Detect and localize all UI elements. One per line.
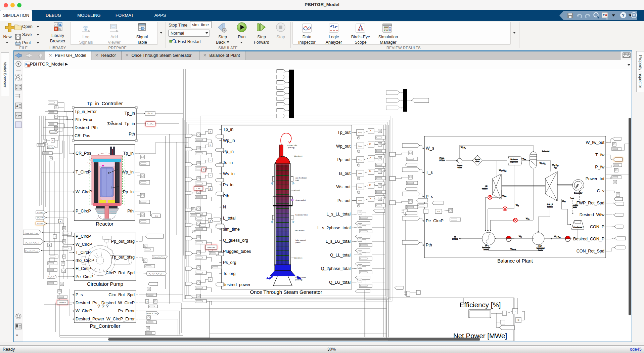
svg-text:Circ_Rot_Spd: Circ_Rot_Spd — [108, 292, 135, 297]
svg-text:C_v: C_v — [597, 189, 605, 193]
svg-text:Plugged_tubes: Plugged_tubes — [223, 249, 251, 254]
svg-text:P_fw: P_fw — [595, 165, 605, 169]
svg-text:Plpt: Plpt — [554, 166, 557, 169]
svg-text:(W_CircP): (W_CircP) — [37, 217, 44, 219]
svg-text:Prgma_CircP_T_s: Prgma_CircP_T_s — [153, 256, 165, 258]
svg-text:(Prped_CircP_T_out): (Prped_CircP_T_out) — [25, 250, 39, 252]
svg-text:CON_Rot_Spd: CON_Rot_Spd — [577, 249, 604, 253]
svg-text:L_s_2phase_total: L_s_2phase_total — [317, 226, 351, 230]
svg-text:Q_guess_org: Q_guess_org — [223, 238, 248, 243]
svg-text:FWP_Rot_Spd: FWP_Rot_Spd — [577, 201, 604, 205]
svg-text:Pe_CircP: Pe_CircP — [76, 274, 93, 279]
svg-text:Q_LG_total: Q_LG_total — [329, 280, 351, 285]
svg-text:T_fw: T_fw — [595, 153, 605, 157]
svg-text:Generator: Generator — [574, 192, 583, 194]
svg-text:Q_2phase_total: Q_2phase_total — [321, 266, 351, 271]
svg-text:Ts_out: Ts_out — [338, 171, 351, 176]
svg-text:Moisture: Moisture — [510, 158, 517, 160]
svg-text:Ps_in: Ps_in — [223, 183, 233, 187]
svg-text:Pe_CircP: Pe_CircP — [426, 219, 444, 223]
svg-text:sim_time: sim_time — [223, 227, 240, 232]
svg-text:T_s: T_s — [426, 170, 433, 175]
svg-text:chest: chest — [475, 160, 480, 162]
svg-text:shroud: shroud — [294, 189, 300, 191]
svg-text:Moving: Moving — [358, 200, 362, 201]
svg-text:(cold leg): (cold leg) — [295, 279, 303, 281]
svg-text:Balance of Plant: Balance of Plant — [497, 258, 533, 264]
svg-text:Tp_in_Controller: Tp_in_Controller — [87, 101, 123, 106]
svg-text:? ? ?: ? ? ? — [97, 303, 108, 309]
svg-text:N: N — [223, 205, 226, 209]
svg-text:L_total: L_total — [196, 188, 200, 189]
svg-text:W_CircP: W_CircP — [76, 242, 92, 247]
svg-text:Ps_org: Ps_org — [223, 260, 236, 265]
svg-text:P_s: P_s — [76, 292, 83, 297]
svg-text:Moving: Moving — [358, 173, 362, 174]
svg-text:(Prped_CircP_W_out): (Prped_CircP_W_out) — [26, 242, 40, 244]
svg-text:aux feedwater: aux feedwater — [295, 177, 307, 179]
svg-text:»: » — [16, 332, 18, 338]
svg-text:Pth_Error: Pth_Error — [75, 117, 93, 122]
svg-text:separator: separator — [510, 161, 518, 163]
svg-text:Moving: Moving — [358, 132, 362, 133]
svg-text:Ws_in: Ws_in — [223, 171, 235, 176]
svg-text:Wliq: Wliq — [516, 204, 519, 206]
svg-text:Ts_in: Ts_in — [223, 160, 233, 165]
svg-text:Q_LL_total: Q_LL_total — [330, 253, 351, 258]
svg-text:Pth: Pth — [127, 209, 134, 213]
svg-text:P_CircP: P_CircP — [76, 234, 91, 239]
svg-text:Pp_in: Pp_in — [223, 149, 234, 154]
svg-text:Tp_in: Tp_in — [123, 151, 134, 156]
svg-text:tubesheet: tubesheet — [294, 257, 303, 259]
svg-text:T_CircP: T_CircP — [76, 250, 91, 255]
svg-text:valve: valve — [458, 166, 462, 168]
svg-text:W_s: W_s — [426, 146, 434, 151]
svg-text:Once Through Steam Generator: Once Through Steam Generator — [250, 289, 322, 295]
svg-text:?: ? — [622, 13, 625, 18]
svg-text:CR_Pos: CR_Pos — [75, 133, 90, 138]
svg-text:CircP_Rot_Spd: CircP_Rot_Spd — [106, 271, 135, 275]
svg-text:A: A — [16, 105, 18, 108]
svg-text:Whp→lp: Whp→lp — [510, 248, 516, 250]
svg-text:Desired_W_CircP: Desired_W_CircP — [146, 313, 157, 314]
svg-text:Prped_CircP_Rot_Spd: Prped_CircP_Rot_Spd — [149, 273, 164, 275]
svg-text:Circulator Pump: Circulator Pump — [87, 281, 123, 287]
svg-text:primary inlet: primary inlet — [287, 144, 297, 146]
svg-text:90: 90 — [517, 319, 519, 321]
svg-text:Wp_in: Wp_in — [223, 138, 235, 143]
svg-text:CR_Pos: CR_Pos — [48, 146, 53, 148]
svg-text:(P_CircP): (P_CircP) — [37, 223, 44, 224]
svg-text:Desired_Ps: Desired_Ps — [59, 302, 66, 303]
svg-text:W_CircP: W_CircP — [76, 190, 92, 194]
svg-text:turbine: turbine — [482, 188, 488, 190]
svg-text:Ps_Error: Ps_Error — [118, 309, 135, 313]
svg-text:W_fw_out: W_fw_out — [586, 140, 604, 145]
svg-text:inlet: inlet — [295, 179, 299, 181]
svg-text:Desired_Wfw: Desired_Wfw — [580, 212, 605, 217]
svg-text:Wblp: Wblp — [562, 200, 566, 202]
svg-text:tube support: tube support — [295, 239, 306, 241]
svg-text:W_CircP_Error: W_CircP_Error — [106, 317, 135, 321]
svg-text:Pp_in: Pp_in — [123, 190, 134, 194]
svg-text:?: ? — [107, 121, 109, 126]
svg-text:Ps_out: Ps_out — [337, 198, 351, 203]
svg-text:Moving: Moving — [358, 187, 362, 188]
svg-text:water: water — [573, 206, 577, 208]
svg-text:rho_CircP: rho_CircP — [76, 258, 94, 263]
svg-text:OTSG: OTSG — [452, 238, 458, 240]
svg-text:feedwater inlet: feedwater inlet — [295, 214, 308, 216]
svg-text:L_s_LG_total: L_s_LG_total — [326, 239, 351, 244]
svg-text:Ws_out: Ws_out — [336, 185, 351, 189]
svg-text:Pth: Pth — [129, 132, 135, 136]
svg-text:W_CircP: W_CircP — [76, 309, 92, 313]
svg-text:Tp_in_Error: Tp_in_Error — [75, 109, 97, 114]
svg-text:From: From — [440, 157, 444, 159]
svg-text:Wp_in: Wp_in — [122, 170, 134, 174]
svg-text:primary outlet: primary outlet — [295, 276, 306, 278]
svg-text:Tp_out_otsg: Tp_out_otsg — [111, 255, 135, 260]
svg-text:OTSG: OTSG — [439, 159, 445, 161]
svg-text:Moving: Moving — [358, 159, 362, 161]
svg-text:plates: plates — [295, 241, 301, 243]
svg-text:Desired_Pth: Desired_Pth — [49, 131, 57, 133]
svg-text:tubesheet: tubesheet — [294, 155, 303, 157]
